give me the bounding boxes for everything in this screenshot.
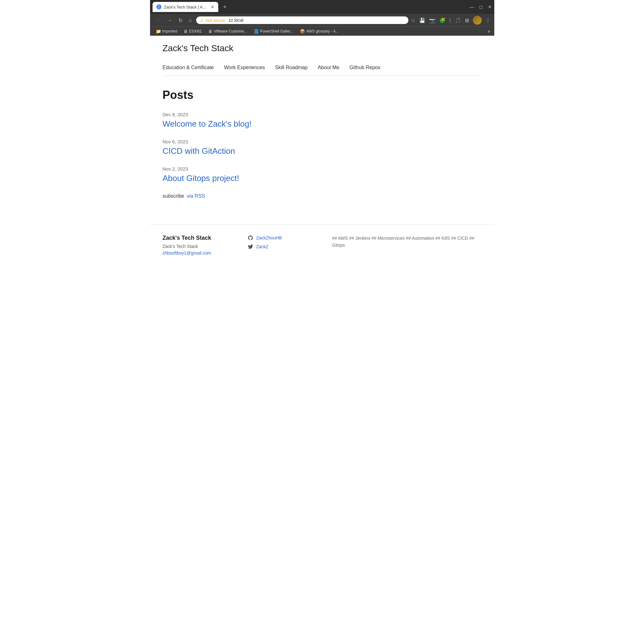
nav-github[interactable]: Github Repos — [349, 65, 380, 70]
esxi-label: ESXi81 — [189, 29, 202, 33]
post-item-3: Nov 2, 2023 About Gitops project! — [163, 166, 482, 183]
footer-site-title: Zack's Tech Stack — [163, 235, 238, 241]
bookmark-vmware[interactable]: 🖥 VMware Custome... — [206, 28, 249, 34]
nav-work[interactable]: Work Experiences — [224, 65, 265, 70]
security-warning-icon: ⚠ — [200, 18, 204, 23]
tab-favicon: Z — [156, 4, 161, 9]
subscribe-prefix: subscribe — [163, 193, 184, 199]
subscribe-section: subscribe via RSS — [163, 193, 482, 199]
extensions-icon[interactable]: 🧩 — [439, 17, 446, 23]
powershell-icon: 📘 — [253, 29, 259, 34]
nav-skill[interactable]: Skill Roadmap — [275, 65, 308, 70]
twitter-link[interactable]: ZackZ — [247, 244, 322, 250]
bookmarks-bar: 📁 Imported 🖥 ESXi81 🖥 VMware Custome... … — [150, 27, 494, 36]
post-date-2: Nov 6, 2023 — [163, 139, 482, 144]
twitter-username: ZackZ — [256, 244, 268, 249]
security-label: Not secure — [206, 18, 226, 23]
site-nav: Education & Certificate Work Experiences… — [163, 60, 482, 76]
forward-button[interactable]: → — [165, 17, 174, 24]
site-footer: Zack's Tech Stack Zack's Tech Stack zhbs… — [150, 224, 494, 266]
tab-close-button[interactable]: ✕ — [211, 4, 214, 9]
post-item-2: Nov 6, 2023 CICD with GitAction — [163, 139, 482, 156]
footer-grid: Zack's Tech Stack Zack's Tech Stack zhbs… — [163, 235, 482, 256]
vmware-icon: 🖥 — [208, 29, 213, 34]
aws-label: AWS glossary - A... — [306, 29, 339, 33]
powershell-label: PowerShell Galler... — [260, 29, 293, 33]
footer-social: ZackZhouHB ZackZ — [247, 235, 322, 256]
folder-icon: 📁 — [156, 29, 161, 34]
github-link[interactable]: ZackZhouHB — [247, 235, 322, 241]
nav-about[interactable]: About Me — [318, 65, 339, 70]
url-display: zz.local — [229, 18, 244, 23]
footer-description: Zack's Tech Stack — [163, 244, 238, 249]
restore-button[interactable]: ◻ — [479, 4, 483, 9]
post-date-1: Dec 8, 2023 — [163, 112, 482, 117]
screenshot-icon[interactable]: 📷 — [429, 17, 436, 23]
site-header: Zack's Tech Stack Education & Certificat… — [150, 36, 494, 76]
home-button[interactable]: ⌂ — [187, 17, 194, 24]
profile-avatar[interactable] — [473, 16, 482, 25]
more-bookmarks-button[interactable]: » — [488, 28, 491, 34]
twitter-icon — [247, 244, 254, 250]
footer-email[interactable]: zhbsoftboy1@gmail.com — [163, 250, 211, 256]
bookmark-esxi81[interactable]: 🖥 ESXi81 — [182, 28, 204, 34]
post-item-1: Dec 8, 2023 Welcome to Zack's blog! — [163, 112, 482, 129]
browser-tab-active[interactable]: Z Zack's Tech Stack | AWS ## J... ✕ — [153, 2, 218, 12]
new-tab-button[interactable]: + — [221, 3, 229, 12]
rss-link[interactable]: via RSS — [187, 193, 205, 199]
esxi-icon: 🖥 — [184, 29, 188, 34]
imported-label: Imported — [162, 29, 177, 33]
nav-education[interactable]: Education & Certificate — [163, 65, 214, 70]
bookmark-imported[interactable]: 📁 Imported — [154, 28, 179, 34]
toolbar-icons: ☆ 💾 📷 🧩 | 🎵 ⊞ ⋮ — [411, 16, 490, 25]
aws-icon: 📦 — [300, 29, 305, 34]
site-title: Zack's Tech Stack — [163, 43, 482, 53]
window-controls: — ◻ ✕ — [470, 4, 492, 9]
bookmark-star-icon[interactable]: ☆ — [411, 17, 415, 23]
website-content: Zack's Tech Stack Education & Certificat… — [150, 36, 494, 266]
posts-heading: Posts — [163, 88, 482, 102]
minimize-button[interactable]: — — [470, 4, 474, 9]
tab-title: Zack's Tech Stack | AWS ## J... — [164, 5, 208, 9]
browser-toolbar: ← → ↻ ⌂ ⚠ Not secure zz.local ☆ 💾 📷 🧩 | … — [150, 14, 494, 27]
bookmark-aws[interactable]: 📦 AWS glossary - A... — [298, 28, 341, 34]
menu-button[interactable]: ⋮ — [485, 17, 491, 23]
post-date-3: Nov 2, 2023 — [163, 166, 482, 172]
browser-chrome: Z Zack's Tech Stack | AWS ## J... ✕ + — … — [150, 0, 494, 36]
sidebar-icon[interactable]: ⊞ — [465, 17, 469, 23]
bookmark-powershell[interactable]: 📘 PowerShell Galler... — [251, 28, 295, 34]
refresh-button[interactable]: ↻ — [177, 17, 184, 24]
site-main: Posts Dec 8, 2023 Welcome to Zack's blog… — [150, 76, 494, 212]
github-username: ZackZhouHB — [256, 235, 282, 240]
post-link-1[interactable]: Welcome to Zack's blog! — [163, 119, 252, 129]
post-link-2[interactable]: CICD with GitAction — [163, 146, 235, 156]
vmware-label: VMware Custome... — [214, 29, 247, 33]
address-bar[interactable]: ⚠ Not secure zz.local — [196, 16, 408, 24]
footer-info: Zack's Tech Stack Zack's Tech Stack zhbs… — [163, 235, 238, 256]
footer-tags: ## AWS ## Jenkins ## Microservices ## Au… — [332, 235, 482, 256]
github-icon — [247, 235, 254, 241]
close-button[interactable]: ✕ — [488, 4, 492, 9]
cast-icon[interactable]: 🎵 — [455, 17, 461, 23]
save-icon[interactable]: 💾 — [419, 17, 425, 23]
browser-titlebar: Z Zack's Tech Stack | AWS ## J... ✕ + — … — [150, 0, 494, 14]
post-link-3[interactable]: About Gitops project! — [163, 173, 239, 183]
back-button[interactable]: ← — [154, 17, 163, 24]
